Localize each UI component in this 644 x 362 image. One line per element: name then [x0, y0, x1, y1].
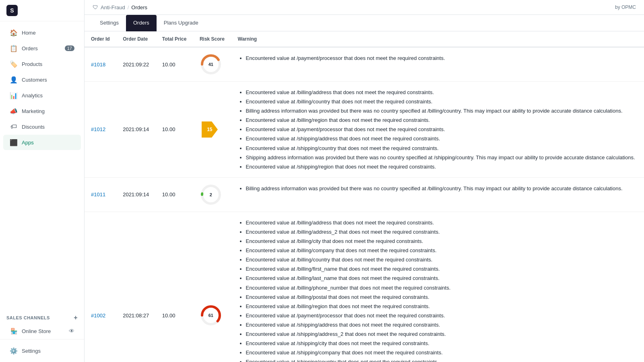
settings-label: Settings — [22, 348, 74, 354]
col-header-order_date: Order Date — [116, 31, 156, 47]
warning-item: Encountered value at /shipping/country t… — [246, 358, 638, 362]
warning-cell: Encountered value at /billing/address th… — [231, 82, 644, 178]
risk-gauge: 15 — [200, 119, 220, 140]
app-icon: 🛡 — [93, 4, 98, 10]
risk-gauge: 61 — [200, 304, 222, 327]
nav-label-analytics: Analytics — [22, 93, 74, 99]
main-header: 🛡 Anti-Fraud / Orders by OPMC — [85, 0, 644, 15]
order-date: 2021:09:14 — [116, 177, 156, 212]
warning-item: Encountered value at /payment/processor … — [246, 54, 638, 63]
nav-label-orders: Orders — [22, 45, 65, 51]
order-link[interactable]: #1018 — [91, 62, 105, 68]
order-date: 2021:09:22 — [116, 47, 156, 82]
warning-item: Encountered value at /billing/last_name … — [246, 274, 638, 283]
sidebar-logo: S — [0, 0, 84, 21]
order-link[interactable]: #1012 — [91, 126, 105, 132]
products-icon: 🏷️ — [10, 60, 18, 68]
orders-table-area[interactable]: Order IdOrder DateTotal PriceRisk ScoreW… — [85, 31, 644, 362]
total-price: 10.00 — [156, 177, 193, 212]
sidebar-item-marketing[interactable]: 📣 Marketing — [3, 103, 81, 119]
analytics-icon: 📊 — [10, 91, 18, 99]
sidebar-settings-section: ⚙️ Settings — [0, 339, 84, 362]
nav-label-marketing: Marketing — [22, 108, 74, 114]
warning-item: Encountered value at /billing/postal tha… — [246, 293, 638, 302]
marketing-icon: 📣 — [10, 107, 18, 115]
order-link[interactable]: #1002 — [91, 313, 105, 319]
warning-item: Encountered value at /billing/phone_numb… — [246, 284, 638, 292]
table-row: #10182021:09:2210.00 41 Encountered valu… — [85, 47, 644, 82]
order-date: 2021:09:14 — [116, 82, 156, 178]
warning-item: Billing address information was provided… — [246, 107, 638, 115]
warning-item: Encountered value at /payment/processor … — [246, 311, 638, 320]
warning-item: Encountered value at /billing/region tha… — [246, 302, 638, 311]
warning-item: Encountered value at /billing/country th… — [246, 255, 638, 264]
warning-item: Encountered value at /billing/company th… — [246, 246, 638, 255]
nav-label-products: Products — [22, 61, 74, 67]
col-header-order_id: Order Id — [85, 31, 116, 47]
sidebar-item-discounts[interactable]: 🏷 Discounts — [3, 119, 81, 134]
home-icon: 🏠 — [10, 29, 18, 37]
sidebar-item-products[interactable]: 🏷️ Products — [3, 56, 81, 72]
nav-label-apps: Apps — [22, 140, 74, 146]
sidebar-item-customers[interactable]: 👤 Customers — [3, 72, 81, 87]
risk-score-cell: 2 — [193, 177, 231, 212]
order-date: 2021:08:27 — [116, 212, 156, 362]
nav-badge-orders: 17 — [65, 45, 74, 51]
by-opmc-label: by OPMC — [615, 4, 636, 10]
customers-icon: 👤 — [10, 76, 18, 84]
sidebar-nav: 🏠 Home 📋 Orders 17 🏷️ Products 👤 Custome… — [0, 21, 84, 309]
online-store-icon: 🏪 — [10, 327, 18, 335]
sidebar-item-home[interactable]: 🏠 Home — [3, 25, 81, 40]
sales-channels-section: SALES CHANNELS + — [0, 309, 84, 323]
breadcrumb-app: Anti-Fraud — [101, 4, 125, 10]
tab-orders[interactable]: Orders — [126, 15, 157, 31]
warning-cell: Billing address information was provided… — [231, 177, 644, 212]
warning-item: Encountered value at /billing/country th… — [246, 97, 638, 106]
sales-channels-label: SALES CHANNELS — [6, 315, 50, 320]
table-header: Order IdOrder DateTotal PriceRisk ScoreW… — [85, 31, 644, 47]
warning-item: Encountered value at /billing/address th… — [246, 218, 638, 227]
warning-item: Encountered value at /shipping/region th… — [246, 162, 638, 171]
total-price: 10.00 — [156, 47, 193, 82]
risk-gauge: 2 — [200, 183, 222, 206]
col-header-warning: Warning — [231, 31, 644, 47]
risk-score-cell: 61 — [193, 212, 231, 362]
sidebar-item-orders[interactable]: 📋 Orders 17 — [3, 41, 81, 56]
nav-label-home: Home — [22, 30, 74, 36]
nav-label-customers: Customers — [22, 77, 74, 83]
warning-item: Encountered value at /shipping/city that… — [246, 339, 638, 348]
col-header-risk_score: Risk Score — [193, 31, 231, 47]
warning-item: Encountered value at /shipping/country t… — [246, 144, 638, 153]
sidebar: S 🏠 Home 📋 Orders 17 🏷️ Products 👤 Custo… — [0, 0, 85, 362]
total-price: 10.00 — [156, 82, 193, 178]
warning-item: Encountered value at /billing/region tha… — [246, 116, 638, 125]
warning-item: Billing address information was provided… — [246, 184, 638, 193]
orders-icon: 📋 — [10, 44, 18, 52]
warning-cell: Encountered value at /billing/address th… — [231, 212, 644, 362]
sidebar-item-settings[interactable]: ⚙️ Settings — [3, 343, 81, 358]
warning-item: Encountered value at /shipping/company t… — [246, 348, 638, 357]
sidebar-item-apps[interactable]: ⬛ Apps — [3, 135, 81, 150]
tab-settings[interactable]: Settings — [93, 15, 126, 31]
main-content: 🛡 Anti-Fraud / Orders by OPMC SettingsOr… — [85, 0, 644, 362]
warning-item: Encountered value at /shipping/address t… — [246, 134, 638, 143]
settings-icon: ⚙️ — [10, 347, 18, 355]
order-link[interactable]: #1011 — [91, 191, 105, 197]
warning-item: Encountered value at /billing/address th… — [246, 88, 638, 97]
tab-plans[interactable]: Plans Upgrade — [157, 15, 206, 31]
tabs-bar: SettingsOrdersPlans Upgrade — [85, 15, 644, 31]
eye-icon[interactable]: 👁 — [69, 328, 74, 334]
discounts-icon: 🏷 — [10, 123, 18, 131]
breadcrumb-current: Orders — [131, 4, 147, 10]
warning-item: Encountered value at /payment/processor … — [246, 125, 638, 134]
nav-label-discounts: Discounts — [22, 124, 74, 130]
risk-gauge: 41 — [200, 53, 222, 76]
add-sales-channel-icon[interactable]: + — [74, 314, 78, 321]
sidebar-item-analytics[interactable]: 📊 Analytics — [3, 88, 81, 103]
apps-icon: ⬛ — [10, 138, 18, 146]
sidebar-item-online-store[interactable]: 🏪 Online Store 👁 — [3, 323, 81, 339]
risk-score-cell: 41 — [193, 47, 231, 82]
breadcrumb: 🛡 Anti-Fraud / Orders — [93, 4, 147, 10]
orders-table: Order IdOrder DateTotal PriceRisk ScoreW… — [85, 31, 644, 362]
warning-item: Encountered value at /shipping/address t… — [246, 321, 638, 329]
